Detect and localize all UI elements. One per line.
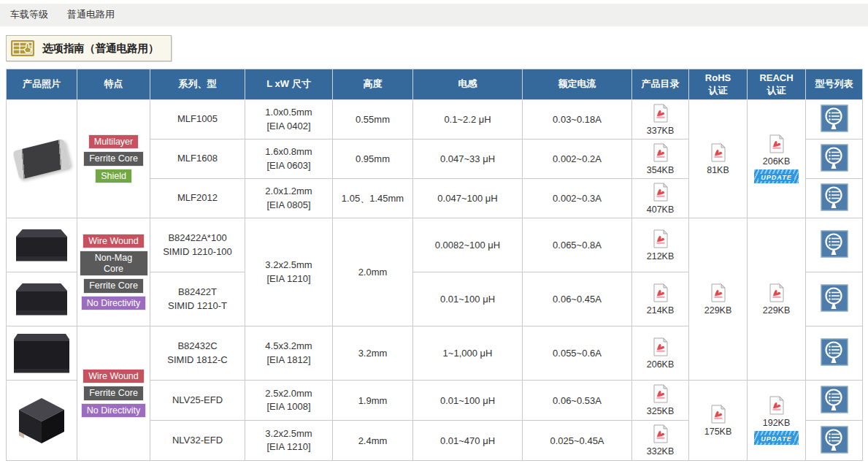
reach-pdf-link[interactable]: 192KB [763,396,791,428]
height-cell: 2.0mm [333,218,413,326]
size-cell: 3.2x2.5mm[EIA 1210] [245,218,333,326]
features-cell: Wire Wound Ferrite Core No Directivity [77,326,150,461]
part-list-button[interactable] [821,426,848,454]
update-badge: UPDATE [754,169,798,183]
magnifier-list-icon [821,426,848,454]
product-photo-molded-cube [13,395,70,446]
pdf-icon [653,424,669,443]
inductance-cell: 0.047~33 μH [413,140,523,179]
catalog-cell: 325KB [632,381,689,421]
product-photo-cell [7,381,77,461]
pdf-icon [710,283,726,302]
pdf-icon [769,134,785,153]
reach-pdf-link[interactable]: 229KB [763,283,791,316]
catalog-pdf-link[interactable]: 354KB [647,143,675,175]
part-list-cell [806,326,863,381]
pdf-size-label: 354KB [647,165,675,175]
part-list-button[interactable] [821,338,848,366]
product-photo-cell [7,100,77,218]
part-list-button[interactable] [821,144,848,172]
size-cell: 3.2x2.5mm[EIA 1210] [245,421,333,461]
selection-guide-icon [10,39,35,58]
part-list-button[interactable] [821,230,848,258]
inductance-cell: 0.0082~100 μH [413,218,523,272]
product-selection-table: 产品照片 特点 系列、型 L xW 尺寸 高度 电感 额定电流 产品目录 RoH… [6,69,863,461]
magnifier-list-icon [821,144,848,172]
reach-pdf-link[interactable]: 206KB [763,134,791,167]
series-cell: MLF1608 [150,140,245,179]
catalog-pdf-link[interactable]: 325KB [647,384,675,416]
pdf-size-label: 175KB [704,427,732,437]
pdf-icon [653,183,669,202]
feature-tag: No Directivity [81,296,147,310]
current-cell: 0.06~0.45A [523,272,632,326]
rohs-pdf-link[interactable]: 175KB [704,405,732,437]
column-header-inductance: 电感 [413,69,523,100]
feature-tag: Wire Wound [82,234,145,248]
catalog-cell: 332KB [632,421,689,461]
product-photo-multilayer-chip [12,138,71,179]
catalog-cell: 354KB [632,140,689,179]
part-list-button[interactable] [821,386,848,413]
size-cell: 2.0x1.2mm[EIA 0805] [245,179,333,218]
tab-automotive-grade[interactable]: 车载等级 [10,8,48,21]
pdf-size-label: 332KB [647,446,675,457]
catalog-pdf-link[interactable]: 214KB [647,283,675,316]
column-header-reach: REACH认证 [748,69,806,100]
height-cell: 1.9mm [333,381,413,421]
pdf-icon [653,384,669,403]
product-photo-cell [7,326,77,381]
catalog-pdf-link[interactable]: 332KB [647,424,675,457]
pdf-size-label: 206KB [647,359,675,370]
part-list-button[interactable] [821,183,848,211]
feature-tag: Ferrite Core [83,278,144,293]
selection-guide-button[interactable]: 选项指南（普通电路用） [6,35,172,61]
header-row: 产品照片 特点 系列、型 L xW 尺寸 高度 电感 额定电流 产品目录 RoH… [7,69,863,100]
catalog-pdf-link[interactable]: 407KB [647,183,675,215]
part-list-cell [806,272,863,326]
part-list-button[interactable] [821,104,848,132]
reach-cell: 229KB [748,218,806,381]
pdf-icon [653,229,669,248]
feature-tag: Ferrite Core [83,151,144,166]
height-cell: 3.2mm [333,326,413,381]
product-photo-cell [7,218,77,272]
column-header-photo: 产品照片 [7,69,77,100]
inductance-cell: 0.047~100 μH [413,179,523,218]
features-cell: Multilayer Ferrite Core Shield [77,100,150,218]
pdf-icon [710,405,726,424]
catalog-pdf-link[interactable]: 212KB [647,229,675,261]
product-photo-wirewound-block-large [14,334,69,373]
rohs-pdf-link[interactable]: 81KB [707,143,729,175]
tab-general-circuit[interactable]: 普通电路用 [67,8,115,21]
update-badge: UPDATE [754,431,798,445]
part-list-button[interactable] [821,284,848,312]
catalog-cell: 337KB [632,100,689,140]
pdf-size-label: 214KB [647,305,675,316]
height-cell: 0.55mm [333,100,413,140]
series-cell: NLV32-EFD [150,421,245,461]
part-list-cell [806,100,863,140]
pdf-icon [710,143,726,162]
size-cell: 4.5x3.2mm[EIA 1812] [245,326,333,381]
catalog-pdf-link[interactable]: 206KB [647,337,675,370]
reach-cell: 206KB UPDATE [748,100,806,218]
table-row: Wire Wound Non-Mag Core Ferrite Core No … [7,218,863,272]
inductance-cell: 1~1,000 μH [413,326,523,381]
catalog-pdf-link[interactable]: 337KB [647,104,675,136]
column-header-height: 高度 [333,69,413,100]
column-header-features: 特点 [77,69,150,100]
pdf-size-label: 206KB [763,156,791,167]
rohs-pdf-link[interactable]: 229KB [704,283,732,316]
pdf-size-label: 81KB [707,165,729,175]
catalog-cell: 214KB [632,272,689,326]
pdf-size-label: 192KB [763,418,791,428]
series-cell: B82432CSIMID 1812-C [150,326,245,381]
magnifier-list-icon [821,386,848,413]
catalog-cell: 206KB [632,326,689,381]
category-tab-strip: 车载等级 普通电路用 [0,4,868,26]
magnifier-list-icon [821,338,848,366]
catalog-cell: 407KB [632,179,689,218]
column-header-part-list: 型号列表 [806,69,863,100]
current-cell: 0.03~0.18A [523,100,632,140]
